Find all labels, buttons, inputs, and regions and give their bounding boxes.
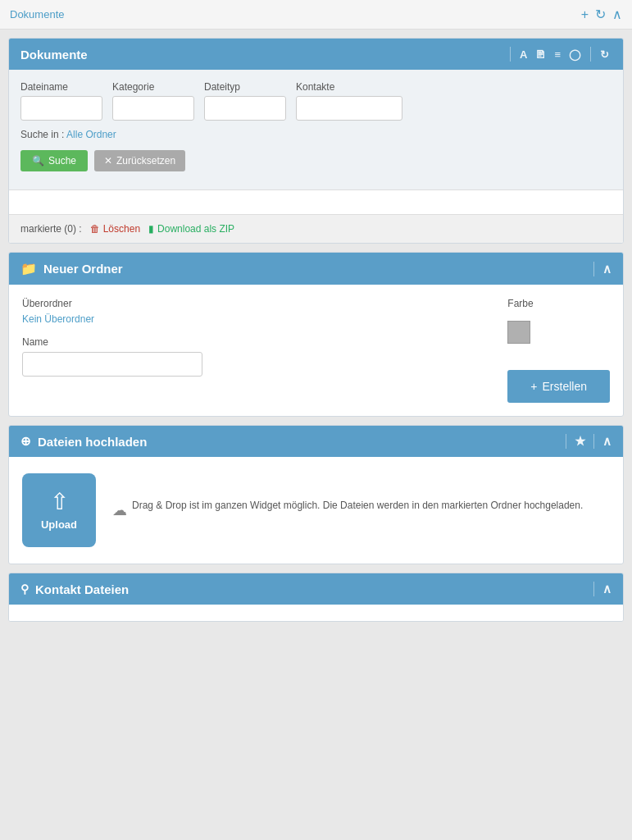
dateityp-label: Dateityp [204,81,286,93]
add-icon[interactable]: + [581,7,589,22]
neuer-ordner-title: Neuer Ordner [43,262,123,276]
delete-label: Löschen [103,223,140,235]
delete-link[interactable]: 🗑 Löschen [90,223,140,235]
delete-icon: 🗑 [90,223,100,235]
collapse-icon[interactable]: ∧ [612,7,622,22]
kontakt-dateien-widget: ⚲ Kontakt Dateien ∧ [8,573,624,622]
neuer-ordner-header-left: 📁 Neuer Ordner [20,261,123,276]
upload-header-icon: ⊕ [20,434,31,449]
header-sep3 [593,262,594,276]
dokumente-header-left: Dokumente [20,48,88,62]
dateiname-input[interactable] [20,96,102,121]
git-icon: ⚲ [20,582,29,596]
neuer-ordner-body: Überordner Kein Überordner Name Farbe + … [9,285,623,416]
kontakt-dateien-body [9,605,623,621]
download-icon: ▮ [148,223,154,235]
neuer-ordner-header: 📁 Neuer Ordner ∧ [9,253,623,285]
dateityp-input[interactable] [204,96,286,121]
search-button[interactable]: 🔍 Suche [20,150,88,171]
dateien-hochladen-title: Dateien hochladen [38,435,147,449]
upload-arrow-icon: ⇧ [50,491,69,514]
upload-description: ☁ Drag & Drop ist im ganzen Widget mögli… [112,498,583,523]
filter-row: Dateiname Kategorie Dateityp Kontakte [20,81,612,121]
dateien-hochladen-widget: ⊕ Dateien hochladen ★ ∧ ⇧ Upload ☁ Drag … [8,425,624,564]
download-zip-label: Download als ZIP [157,223,234,235]
kontakte-input[interactable] [296,96,402,121]
main-content: Dokumente A 🖹 ≡ ◯ ↻ Dateiname Kategor [0,30,632,630]
dateien-collapse-icon[interactable]: ∧ [602,434,612,449]
results-area [9,189,623,214]
neuer-ordner-collapse-icon[interactable]: ∧ [602,262,612,276]
header-sep4 [566,434,566,449]
kontakt-collapse-icon[interactable]: ∧ [602,582,612,596]
header-sep5 [593,434,594,449]
dateien-hochladen-header-left: ⊕ Dateien hochladen [20,434,147,449]
kontakte-label: Kontakte [296,81,402,93]
search-in-link[interactable]: Alle Ordner [66,129,116,140]
dateiname-field: Dateiname [20,81,102,121]
dokumente-widget: Dokumente A 🖹 ≡ ◯ ↻ Dateiname Kategor [8,38,624,244]
farbe-label: Farbe [507,298,533,309]
reset-btn-label: Zurücksetzen [116,155,175,167]
color-picker[interactable] [507,321,530,344]
erstellen-button[interactable]: + Erstellen [507,370,610,403]
kontakt-dateien-title: Kontakt Dateien [35,582,129,596]
upload-button[interactable]: ⇧ Upload [22,473,96,547]
neuer-ordner-header-right: ∧ [590,262,612,276]
star-icon[interactable]: ★ [575,434,585,449]
upload-desc-text: Drag & Drop ist im ganzen Widget möglich… [132,498,583,514]
font-icon[interactable]: A [517,48,530,62]
kontakte-field: Kontakte [296,81,402,121]
dateien-hochladen-header: ⊕ Dateien hochladen ★ ∧ [9,426,623,457]
document-icon[interactable]: 🖹 [533,48,548,62]
ordner-right: Farbe + Erstellen [507,298,610,403]
ueberordner-label: Überordner [22,298,458,309]
erstellen-plus-icon: + [530,380,537,393]
refresh-header-icon[interactable]: ↻ [598,48,612,62]
search-btn-label: Suche [48,155,76,167]
search-in-row: Suche in : Alle Ordner [20,129,612,140]
kategorie-label: Kategorie [112,81,194,93]
top-bar-title: Dokumente [10,8,64,21]
top-bar: Dokumente + ↻ ∧ [0,0,632,30]
ordner-left: Überordner Kein Überordner Name [22,298,458,403]
erstellen-label: Erstellen [543,380,587,393]
header-separator [510,47,511,62]
name-label: Name [22,336,458,348]
neuer-ordner-widget: 📁 Neuer Ordner ∧ Überordner Kein Überord… [8,252,624,417]
reset-button[interactable]: ✕ Zurücksetzen [94,150,185,171]
reset-btn-icon: ✕ [104,155,112,167]
kategorie-input[interactable] [112,96,194,121]
search-btn-icon: 🔍 [32,155,44,167]
upload-body: ⇧ Upload ☁ Drag & Drop ist im ganzen Wid… [9,457,623,564]
marked-label: markierte (0) : [20,223,82,235]
kategorie-field: Kategorie [112,81,194,121]
clock-icon[interactable]: ◯ [566,48,584,62]
dokumente-header: Dokumente A 🖹 ≡ ◯ ↻ [9,39,623,70]
ordner-name-section: Name [22,336,458,377]
list-icon[interactable]: ≡ [552,48,563,62]
ordner-name-input[interactable] [22,352,202,377]
dateiname-label: Dateiname [20,81,102,93]
refresh-icon[interactable]: ↻ [595,7,606,22]
download-zip-link[interactable]: ▮ Download als ZIP [148,223,234,235]
marked-row: markierte (0) : 🗑 Löschen ▮ Download als… [9,214,623,243]
dateityp-field: Dateityp [204,81,286,121]
header-separator2 [590,47,591,62]
kontakt-dateien-header-right: ∧ [590,582,612,596]
upload-label: Upload [41,518,77,531]
dokumente-title: Dokumente [20,48,88,62]
kontakt-dateien-header-left: ⚲ Kontakt Dateien [20,582,129,596]
btn-row: 🔍 Suche ✕ Zurücksetzen [20,150,612,171]
kontakt-dateien-header: ⚲ Kontakt Dateien ∧ [9,573,623,605]
ueberordner-link[interactable]: Kein Überordner [22,313,94,325]
header-sep6 [593,582,594,596]
top-bar-actions: + ↻ ∧ [581,7,622,22]
cloud-icon: ☁ [112,499,127,523]
folder-icon: 📁 [20,261,37,276]
dateien-hochladen-header-right: ★ ∧ [562,434,612,449]
search-in-label: Suche in : [20,129,64,140]
dokumente-header-right: A 🖹 ≡ ◯ ↻ [507,47,612,62]
dokumente-body: Dateiname Kategorie Dateityp Kontakte [9,70,623,189]
